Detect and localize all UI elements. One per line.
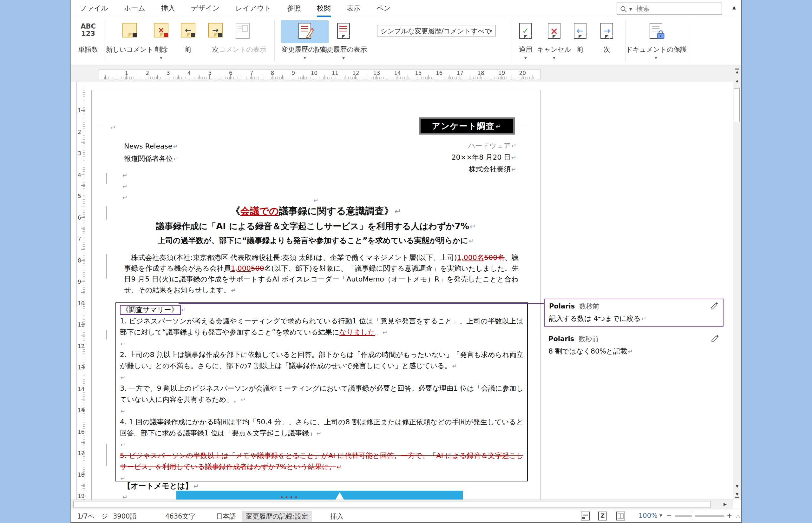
summary-item-5-deleted[interactable]: 5. ビジネスパーソンの半数以上は「メモや議事録をとること」がAI に代替可能と…	[120, 450, 523, 472]
tab-review[interactable]: 校閲	[317, 0, 331, 17]
document-page[interactable]: アンケート調査↵ ↵ News Release↵ 報道関係者各位↵ ハードウェア…	[91, 90, 541, 500]
empty-line: ↵	[120, 439, 523, 450]
comment-card[interactable]: Polaris数秒前記入する数は 4つまでに絞る↵	[544, 299, 723, 327]
previous-change-button[interactable]: ← 前	[569, 17, 591, 65]
tab-home[interactable]: ホーム	[124, 0, 145, 17]
app-window: ファイル ホーム 挿入 デザイン レイアウト 参照 校閲 表示 ペン ▼ ▲ A…	[71, 0, 741, 523]
news-release-line[interactable]: News Release↵	[124, 142, 178, 150]
tab-layout[interactable]: レイアウト	[235, 0, 271, 17]
next-change-button[interactable]: → 次	[596, 17, 618, 65]
zoom-dropdown-icon[interactable]: ▼	[659, 513, 662, 518]
collapse-ribbon-icon[interactable]: ▲	[732, 5, 736, 10]
word-count-status[interactable]: 3900語	[113, 512, 136, 521]
summary-item-1[interactable]: 1. ビジネスパーソンが考える会議やミーティングで求められている行動1 位は「意…	[120, 315, 523, 338]
comment-card[interactable]: Polaris数秒前8 割ではなく80%と記載↵	[544, 332, 723, 359]
track-changes-display-button[interactable]: 変更履歴の表示 ▼	[320, 17, 367, 65]
zoom-level[interactable]: 100%	[639, 512, 658, 520]
previous-comment-button[interactable]: ← 前	[177, 17, 199, 65]
protect-document-button[interactable]: ドキュメントの保護 ▼	[626, 17, 686, 65]
dropdown-arrow-icon[interactable]: ▼	[511, 56, 540, 60]
doc-title-3[interactable]: 上司の過半数が、部下に“議事録よりも発言や参加すること”を求めている実態が明らか…	[91, 235, 541, 246]
paragraph-mark: ↵	[122, 194, 128, 201]
zoom-slider[interactable]	[675, 516, 724, 517]
paragraph-mark: ↵	[314, 197, 319, 204]
new-comment-button[interactable]: 新しいコメント	[106, 17, 153, 65]
zoom-in-icon[interactable]: +	[727, 512, 732, 520]
ruler-number: 5	[208, 70, 211, 76]
previous-comment-icon: ←	[181, 23, 195, 37]
ruler-number: 3	[167, 70, 170, 76]
dropdown-arrow-icon[interactable]: ▼	[537, 56, 571, 60]
tab-file[interactable]: ファイル	[80, 0, 108, 17]
tab-insert[interactable]: 挿入	[161, 0, 175, 17]
paragraph-mark: ↵	[122, 172, 128, 179]
doc-text: 3. 一方で、9 割以上のビジネスパーソンが会議やミーティングにおいて議事録が必…	[120, 384, 523, 403]
tab-references[interactable]: 参照	[287, 0, 301, 17]
scroll-up-icon[interactable]: ▲	[733, 79, 741, 83]
ruler-number: 14	[78, 386, 85, 392]
comment-panel-divider	[541, 90, 541, 500]
survey-stamp[interactable]: アンケート調査↵	[419, 118, 515, 134]
search-icon	[620, 5, 627, 13]
insert-mode-status[interactable]: 挿入	[330, 512, 343, 521]
search-scope-dropdown-icon[interactable]: ▼	[629, 7, 632, 12]
reject-change-button[interactable]: × キャンセル ▼	[537, 17, 571, 65]
body-paragraph[interactable]: 株式会社奏須(本社:東京都港区 代表取締役社長:奏須 太郎)は、企業で働くマネジ…	[124, 252, 518, 296]
ruler-number: 6	[229, 70, 232, 76]
addressee-line[interactable]: 報道関係者各位↵	[124, 154, 178, 163]
zoom-out-icon[interactable]: −	[666, 512, 672, 520]
tab-view[interactable]: 表示	[347, 0, 361, 17]
summary-item-2[interactable]: 2. 上司の8 割以上は議事録作成を部下に依頼していると回答。部下からは「作成の…	[120, 349, 523, 372]
word-count-button[interactable]: ABC123 単語数	[74, 17, 102, 65]
automemo-heading[interactable]: 【オートメモとは】↵	[123, 481, 199, 491]
doc-text: 株式会社奏須(本社:東京都港区 代表取締役社長:奏須 太郎)は、企業で働くマネジ…	[124, 254, 457, 262]
language-status[interactable]: 日本語	[216, 512, 236, 521]
accept-change-button[interactable]: ✓ 適用 ▼	[511, 17, 540, 65]
header-right-block[interactable]: ハードウェア↵ 20××年8 月20 日↵ 株式会社奏須↵	[451, 140, 516, 175]
previous-page-icon[interactable]: ▲	[733, 69, 741, 74]
show-comments-icon	[236, 23, 250, 39]
column-view-icon[interactable]	[616, 511, 625, 521]
summary-title-line[interactable]: 《調査サマリー》↵	[120, 304, 523, 315]
scroll-down-icon[interactable]: ▼	[733, 484, 741, 488]
track-changes-status[interactable]: 変更履歴の記録:設定	[242, 511, 312, 522]
paragraph-mark: ↵	[122, 183, 128, 190]
markup-display-mode-select[interactable]: シンプルな変更履歴/コメントすべて ▼	[377, 25, 496, 36]
paragraph-mark: ↵	[382, 329, 388, 336]
search-box[interactable]: ▼	[617, 2, 722, 15]
automemo-banner[interactable]	[176, 491, 463, 500]
ruler-number: 7	[78, 236, 81, 242]
vertical-scrollbar[interactable]: ▲ ▲ ▼ ▼	[733, 65, 741, 500]
char-count-status[interactable]: 4636文字	[165, 512, 195, 521]
summary-item-4[interactable]: 4. 1 回の議事録作成にかかる時間は平均「50.4 分」。さらに、上司の8 割…	[120, 416, 523, 439]
ruler-number: 8	[270, 70, 274, 76]
edit-comment-icon[interactable]	[711, 335, 719, 344]
tab-pen[interactable]: ペン	[377, 0, 391, 17]
delete-comment-button[interactable]: × 削除 ▼	[148, 17, 174, 65]
doc-title-1[interactable]: 《会議での議事録に関する意識調査》↵	[91, 205, 541, 218]
horizontal-scrollbar[interactable]: ▶	[71, 500, 733, 509]
next-page-icon[interactable]: ▼	[733, 492, 741, 498]
paragraph-mark: ↵	[641, 315, 646, 322]
horizontal-scrollbar-thumb[interactable]	[73, 501, 711, 507]
draft-view-icon[interactable]: Z	[598, 511, 607, 521]
edit-comment-icon[interactable]	[710, 302, 718, 311]
search-input[interactable]	[636, 4, 716, 13]
tab-design[interactable]: デザイン	[191, 0, 220, 17]
tracked-insertion: 会議での	[241, 205, 279, 216]
dropdown-arrow-icon[interactable]: ▼	[148, 56, 174, 60]
summary-box[interactable]: 《調査サマリー》↵ 1. ビジネスパーソンが考える会議やミーティングで求められて…	[115, 303, 528, 482]
page-indicator[interactable]: 1/7ページ	[77, 512, 108, 521]
vertical-scrollbar-thumb[interactable]	[734, 88, 740, 122]
dropdown-arrow-icon[interactable]: ▼	[320, 56, 367, 60]
page-layout-view-icon[interactable]	[581, 511, 590, 521]
comment-anchor-highlight[interactable]: 《調査サマリー》	[120, 305, 181, 315]
ribbon-group-separator	[275, 20, 275, 61]
summary-item-3[interactable]: 3. 一方で、9 割以上のビジネスパーソンが会議やミーティングにおいて議事録が必…	[120, 383, 523, 405]
scroll-right-icon[interactable]: ▶	[723, 502, 727, 506]
comment-text[interactable]: 記入する数は 4つまでに絞る↵	[549, 314, 718, 323]
dropdown-arrow-icon[interactable]: ▼	[626, 56, 686, 60]
comment-text[interactable]: 8 割ではなく80%と記載↵	[548, 346, 719, 356]
zoom-slider-thumb[interactable]	[692, 512, 695, 520]
doc-title-2[interactable]: 議事録作成に「AI による録音＆文字起こしサービス」を利用する人はわずか7%↵	[91, 220, 541, 232]
